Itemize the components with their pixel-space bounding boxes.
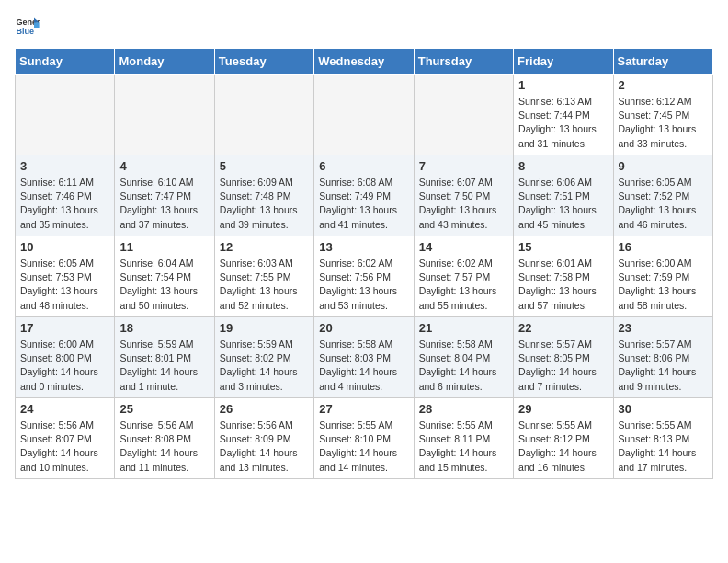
weekday-header-saturday: Saturday xyxy=(613,49,712,75)
day-info: Sunrise: 6:09 AMSunset: 7:48 PMDaylight:… xyxy=(220,176,309,232)
day-info: Sunrise: 6:07 AMSunset: 7:50 PMDaylight:… xyxy=(419,176,508,232)
calendar-day-cell: 20Sunrise: 5:58 AMSunset: 8:03 PMDayligh… xyxy=(314,317,414,398)
day-info: Sunrise: 6:13 AMSunset: 7:44 PMDaylight:… xyxy=(518,95,608,151)
weekday-header-friday: Friday xyxy=(514,49,613,75)
day-number: 11 xyxy=(119,240,209,254)
day-number: 30 xyxy=(619,402,708,416)
day-number: 28 xyxy=(419,402,508,416)
day-number: 27 xyxy=(319,402,408,416)
day-number: 19 xyxy=(220,321,309,335)
day-info: Sunrise: 5:56 AMSunset: 8:08 PMDaylight:… xyxy=(119,419,209,475)
day-number: 16 xyxy=(619,240,708,254)
calendar-day-cell: 4Sunrise: 6:10 AMSunset: 7:47 PMDaylight… xyxy=(115,155,214,236)
day-number: 17 xyxy=(20,321,109,335)
day-info: Sunrise: 5:59 AMSunset: 8:02 PMDaylight:… xyxy=(220,338,309,394)
day-number: 12 xyxy=(220,240,309,254)
day-number: 15 xyxy=(518,240,608,254)
day-info: Sunrise: 5:58 AMSunset: 8:03 PMDaylight:… xyxy=(319,338,408,394)
day-info: Sunrise: 5:58 AMSunset: 8:04 PMDaylight:… xyxy=(419,338,508,394)
svg-text:Blue: Blue xyxy=(16,27,34,36)
calendar-day-cell: 21Sunrise: 5:58 AMSunset: 8:04 PMDayligh… xyxy=(414,317,513,398)
weekday-header-monday: Monday xyxy=(115,49,214,75)
calendar-day-cell: 14Sunrise: 6:02 AMSunset: 7:57 PMDayligh… xyxy=(414,236,513,317)
day-number: 25 xyxy=(119,402,209,416)
day-info: Sunrise: 6:02 AMSunset: 7:57 PMDaylight:… xyxy=(419,257,508,313)
day-info: Sunrise: 6:03 AMSunset: 7:55 PMDaylight:… xyxy=(220,257,309,313)
day-number: 5 xyxy=(220,159,309,173)
calendar-day-cell: 6Sunrise: 6:08 AMSunset: 7:49 PMDaylight… xyxy=(314,155,414,236)
day-info: Sunrise: 6:01 AMSunset: 7:58 PMDaylight:… xyxy=(518,257,608,313)
calendar-day-cell: 11Sunrise: 6:04 AMSunset: 7:54 PMDayligh… xyxy=(115,236,214,317)
weekday-header-thursday: Thursday xyxy=(414,49,513,75)
day-number: 29 xyxy=(518,402,608,416)
calendar-day-cell xyxy=(414,75,513,155)
day-number: 20 xyxy=(319,321,408,335)
day-info: Sunrise: 5:55 AMSunset: 8:11 PMDaylight:… xyxy=(419,419,508,475)
day-info: Sunrise: 5:55 AMSunset: 8:13 PMDaylight:… xyxy=(619,419,708,475)
day-number: 4 xyxy=(119,159,209,173)
day-number: 1 xyxy=(518,78,608,92)
calendar-day-cell: 5Sunrise: 6:09 AMSunset: 7:48 PMDaylight… xyxy=(214,155,313,236)
logo-icon: General Blue xyxy=(15,15,40,40)
day-info: Sunrise: 6:02 AMSunset: 7:56 PMDaylight:… xyxy=(319,257,408,313)
day-info: Sunrise: 6:00 AMSunset: 8:00 PMDaylight:… xyxy=(20,338,109,394)
day-info: Sunrise: 5:56 AMSunset: 8:09 PMDaylight:… xyxy=(220,419,309,475)
calendar-day-cell xyxy=(314,75,414,155)
day-number: 13 xyxy=(319,240,408,254)
calendar-header-row: SundayMondayTuesdayWednesdayThursdayFrid… xyxy=(16,49,713,75)
svg-marker-4 xyxy=(34,22,40,28)
calendar-day-cell: 26Sunrise: 5:56 AMSunset: 8:09 PMDayligh… xyxy=(214,398,313,479)
calendar-day-cell: 13Sunrise: 6:02 AMSunset: 7:56 PMDayligh… xyxy=(314,236,414,317)
calendar-day-cell: 18Sunrise: 5:59 AMSunset: 8:01 PMDayligh… xyxy=(115,317,214,398)
calendar-day-cell xyxy=(115,75,214,155)
day-number: 2 xyxy=(619,78,708,92)
day-number: 24 xyxy=(20,402,109,416)
calendar-day-cell: 30Sunrise: 5:55 AMSunset: 8:13 PMDayligh… xyxy=(613,398,712,479)
calendar-day-cell xyxy=(214,75,313,155)
day-number: 14 xyxy=(419,240,508,254)
day-info: Sunrise: 6:12 AMSunset: 7:45 PMDaylight:… xyxy=(619,95,708,151)
calendar-day-cell xyxy=(16,75,115,155)
calendar-day-cell: 29Sunrise: 5:55 AMSunset: 8:12 PMDayligh… xyxy=(514,398,613,479)
calendar-week-row: 17Sunrise: 6:00 AMSunset: 8:00 PMDayligh… xyxy=(16,317,713,398)
day-info: Sunrise: 6:06 AMSunset: 7:51 PMDaylight:… xyxy=(518,176,608,232)
calendar-day-cell: 1Sunrise: 6:13 AMSunset: 7:44 PMDaylight… xyxy=(514,75,613,155)
calendar-day-cell: 8Sunrise: 6:06 AMSunset: 7:51 PMDaylight… xyxy=(514,155,613,236)
calendar-day-cell: 27Sunrise: 5:55 AMSunset: 8:10 PMDayligh… xyxy=(314,398,414,479)
calendar-week-row: 3Sunrise: 6:11 AMSunset: 7:46 PMDaylight… xyxy=(16,155,713,236)
calendar-week-row: 1Sunrise: 6:13 AMSunset: 7:44 PMDaylight… xyxy=(16,75,713,155)
logo: General Blue xyxy=(15,15,44,40)
calendar-day-cell: 9Sunrise: 6:05 AMSunset: 7:52 PMDaylight… xyxy=(613,155,712,236)
day-info: Sunrise: 6:04 AMSunset: 7:54 PMDaylight:… xyxy=(119,257,209,313)
day-number: 22 xyxy=(518,321,608,335)
day-info: Sunrise: 5:55 AMSunset: 8:12 PMDaylight:… xyxy=(518,419,608,475)
weekday-header-tuesday: Tuesday xyxy=(214,49,313,75)
calendar-day-cell: 10Sunrise: 6:05 AMSunset: 7:53 PMDayligh… xyxy=(16,236,115,317)
day-number: 6 xyxy=(319,159,408,173)
weekday-header-sunday: Sunday xyxy=(16,49,115,75)
day-info: Sunrise: 6:11 AMSunset: 7:46 PMDaylight:… xyxy=(20,176,109,232)
page-header: General Blue xyxy=(15,15,713,40)
calendar-day-cell: 16Sunrise: 6:00 AMSunset: 7:59 PMDayligh… xyxy=(613,236,712,317)
day-info: Sunrise: 6:10 AMSunset: 7:47 PMDaylight:… xyxy=(119,176,209,232)
calendar-day-cell: 7Sunrise: 6:07 AMSunset: 7:50 PMDaylight… xyxy=(414,155,513,236)
day-number: 3 xyxy=(20,159,109,173)
day-info: Sunrise: 5:57 AMSunset: 8:06 PMDaylight:… xyxy=(619,338,708,394)
calendar-week-row: 10Sunrise: 6:05 AMSunset: 7:53 PMDayligh… xyxy=(16,236,713,317)
calendar-day-cell: 19Sunrise: 5:59 AMSunset: 8:02 PMDayligh… xyxy=(214,317,313,398)
calendar-day-cell: 15Sunrise: 6:01 AMSunset: 7:58 PMDayligh… xyxy=(514,236,613,317)
day-info: Sunrise: 5:56 AMSunset: 8:07 PMDaylight:… xyxy=(20,419,109,475)
weekday-header-wednesday: Wednesday xyxy=(314,49,414,75)
calendar-table: SundayMondayTuesdayWednesdayThursdayFrid… xyxy=(15,48,713,479)
day-number: 8 xyxy=(518,159,608,173)
calendar-day-cell: 17Sunrise: 6:00 AMSunset: 8:00 PMDayligh… xyxy=(16,317,115,398)
day-number: 21 xyxy=(419,321,508,335)
calendar-day-cell: 23Sunrise: 5:57 AMSunset: 8:06 PMDayligh… xyxy=(613,317,712,398)
day-info: Sunrise: 5:55 AMSunset: 8:10 PMDaylight:… xyxy=(319,419,408,475)
day-number: 10 xyxy=(20,240,109,254)
calendar-day-cell: 3Sunrise: 6:11 AMSunset: 7:46 PMDaylight… xyxy=(16,155,115,236)
calendar-day-cell: 2Sunrise: 6:12 AMSunset: 7:45 PMDaylight… xyxy=(613,75,712,155)
day-info: Sunrise: 6:08 AMSunset: 7:49 PMDaylight:… xyxy=(319,176,408,232)
day-info: Sunrise: 6:00 AMSunset: 7:59 PMDaylight:… xyxy=(619,257,708,313)
calendar-day-cell: 25Sunrise: 5:56 AMSunset: 8:08 PMDayligh… xyxy=(115,398,214,479)
